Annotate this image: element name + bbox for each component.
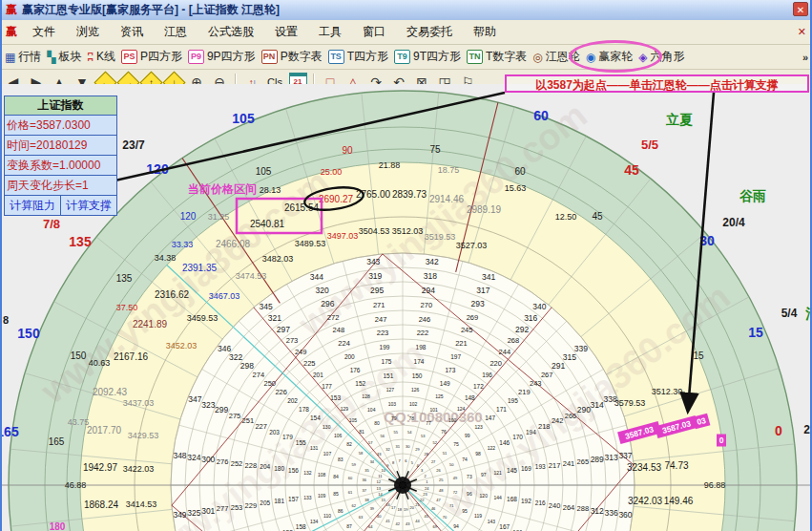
menu-item-3[interactable]: 江恩 — [154, 22, 198, 41]
svg-text:252: 252 — [231, 459, 243, 468]
svg-text:155: 155 — [296, 439, 306, 446]
svg-text:63: 63 — [359, 515, 364, 520]
svg-text:39: 39 — [370, 506, 375, 511]
svg-text:266: 266 — [565, 412, 577, 420]
svg-text:52: 52 — [433, 440, 438, 445]
svg-text:8: 8 — [3, 314, 9, 326]
svg-text:294: 294 — [422, 286, 435, 295]
menu-item-6[interactable]: 工具 — [308, 22, 352, 41]
toolbar-item-t-table[interactable]: TNT数字表 — [467, 49, 527, 65]
calc-resistance-button[interactable]: 计算阻力 — [4, 196, 61, 216]
t-square-icon: TS — [328, 50, 344, 64]
t-square-label: T四方形 — [347, 49, 388, 65]
toolbar-item-t-square[interactable]: TST四方形 — [328, 49, 388, 65]
svg-text:15.63: 15.63 — [505, 183, 527, 193]
svg-text:58: 58 — [359, 451, 364, 456]
title-bar: 赢 赢家江恩专业版[赢家服务平台] - [上证指数 江恩轮] ✕ — [2, 0, 810, 20]
svg-text:99: 99 — [465, 433, 470, 438]
svg-text:2989.19: 2989.19 — [467, 204, 502, 215]
svg-text:84: 84 — [333, 474, 339, 479]
svg-text:297: 297 — [277, 325, 290, 334]
svg-text:3459.53: 3459.53 — [187, 313, 219, 323]
svg-text:60: 60 — [348, 476, 353, 480]
svg-text:2540.81: 2540.81 — [250, 219, 285, 229]
svg-text:78: 78 — [408, 415, 414, 421]
svg-text:156: 156 — [288, 467, 299, 474]
svg-text:3579.53: 3579.53 — [614, 398, 646, 408]
menu-item-0[interactable]: 文件 — [22, 22, 66, 41]
menu-item-1[interactable]: 浏览 — [66, 22, 110, 41]
svg-text:清: 清 — [805, 306, 812, 321]
svg-text:242: 242 — [552, 416, 564, 425]
svg-text:18.75: 18.75 — [438, 165, 460, 175]
menu-item-9[interactable]: 帮助 — [463, 22, 507, 41]
svg-text:2615.54: 2615.54 — [284, 202, 320, 213]
svg-text:69: 69 — [433, 524, 438, 529]
svg-text:101: 101 — [430, 407, 439, 413]
menu-item-5[interactable]: 设置 — [264, 22, 308, 41]
svg-text:202: 202 — [287, 397, 298, 404]
svg-text:123: 123 — [475, 424, 484, 430]
svg-text:62: 62 — [351, 503, 356, 508]
svg-text:59: 59 — [351, 462, 356, 467]
svg-text:150: 150 — [412, 372, 423, 379]
9t-square-icon: T9 — [394, 50, 410, 64]
svg-text:316: 316 — [524, 313, 537, 323]
svg-text:86: 86 — [338, 508, 344, 514]
svg-text:108: 108 — [318, 472, 326, 478]
gann-wheel-chart[interactable]: www.yingjia360.comwww.yingjia360.comwww.… — [2, 84, 812, 531]
svg-text:192: 192 — [521, 498, 531, 504]
svg-text:19: 19 — [404, 507, 408, 512]
toolbar-item-9p-square[interactable]: P99P四方形 — [188, 49, 256, 65]
svg-text:46: 46 — [431, 506, 436, 511]
svg-text:38: 38 — [364, 498, 369, 502]
toolbar-item-p-square[interactable]: PSP四方形 — [121, 49, 182, 65]
t-table-icon: TN — [467, 50, 483, 64]
svg-text:293: 293 — [471, 299, 485, 308]
toolbar-item-market[interactable]: ▦行情 — [5, 49, 41, 65]
menu-bar: 赢 文件浏览资讯江恩公式选股设置工具窗口交易委托帮助 ✕ — [2, 20, 810, 45]
mdi-close-icon[interactable]: ✕ — [798, 26, 806, 38]
menu-item-8[interactable]: 交易委托 — [396, 22, 463, 41]
svg-text:29: 29 — [415, 447, 420, 452]
svg-text:145: 145 — [507, 467, 517, 474]
svg-text:348: 348 — [173, 451, 186, 460]
p-table-label: P数字表 — [281, 49, 323, 65]
svg-text:275: 275 — [229, 412, 241, 420]
chart-area[interactable]: www.yingjia360.comwww.yingjia360.comwww.… — [2, 95, 812, 531]
svg-text:3429.53: 3429.53 — [128, 431, 159, 440]
svg-text:60: 60 — [514, 166, 526, 177]
svg-text:196: 196 — [482, 372, 492, 378]
svg-text:22: 22 — [420, 498, 425, 502]
menu-item-2[interactable]: 资讯 — [110, 22, 154, 41]
info-row-0: 价格=3587.0300 — [4, 116, 117, 136]
svg-text:205: 205 — [260, 499, 270, 506]
svg-text:317: 317 — [476, 286, 489, 295]
calc-support-button[interactable]: 计算支撑 — [61, 196, 117, 216]
svg-text:319: 319 — [368, 271, 382, 281]
svg-text:172: 172 — [473, 383, 484, 390]
svg-text:5/5: 5/5 — [641, 138, 658, 152]
svg-text:228: 228 — [245, 461, 258, 470]
svg-text:121: 121 — [493, 470, 502, 476]
toolbar-item-9t-square[interactable]: T99T四方形 — [394, 49, 461, 65]
svg-text:95: 95 — [462, 508, 468, 514]
svg-text:40: 40 — [377, 514, 382, 519]
svg-text:24: 24 — [425, 486, 429, 491]
mdi-child-icon: 赢 — [6, 24, 17, 40]
toolbar-overflow-button[interactable]: » — [802, 52, 808, 63]
toolbar-item-kline[interactable]: ʭK线 — [88, 49, 115, 65]
menu-item-4[interactable]: 公式选股 — [198, 22, 264, 41]
svg-text:312: 312 — [591, 506, 604, 516]
toolbar-item-p-table[interactable]: PNP数字表 — [261, 49, 323, 65]
svg-text:221: 221 — [455, 339, 468, 348]
svg-text:270: 270 — [421, 301, 433, 309]
svg-text:340: 340 — [532, 302, 546, 311]
svg-text:241: 241 — [563, 459, 575, 468]
svg-text:216: 216 — [535, 499, 546, 506]
menu-item-7[interactable]: 窗口 — [352, 22, 396, 41]
app-icon: 赢 — [6, 2, 17, 18]
close-button[interactable]: ✕ — [793, 2, 808, 16]
toolbar-item-blocks[interactable]: ▚板块 — [47, 49, 81, 65]
market-label: 行情 — [18, 49, 41, 65]
